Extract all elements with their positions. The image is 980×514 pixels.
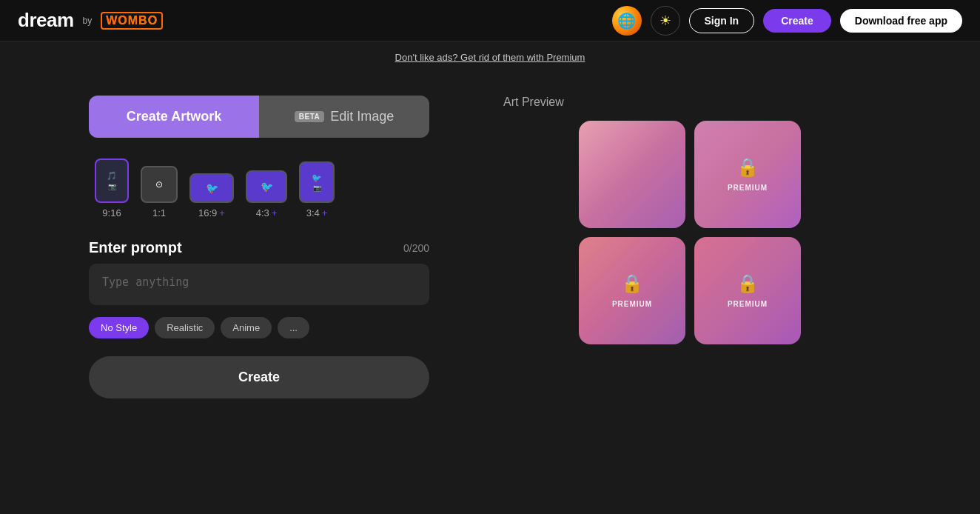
style-chip-4[interactable]: ...: [278, 317, 309, 338]
premium-label-3: PREMIUM: [612, 300, 652, 308]
right-panel: Art Preview 🔒 PREMIUM 🔒 PREMIUM: [489, 96, 891, 398]
logo-by: by: [83, 16, 93, 26]
create-button[interactable]: Create: [89, 356, 429, 398]
ratio-11[interactable]: ⊙ 1:1: [141, 166, 178, 218]
art-card-2-gradient: 🔒 PREMIUM: [694, 121, 801, 228]
lock-icon-4: 🔒: [736, 273, 759, 294]
ratio-169-box: 🐦: [189, 173, 234, 203]
ratio-169-label: 16:9 +: [198, 207, 225, 218]
header-actions: 🌐 ☀ Sign In Create Download free app: [612, 6, 963, 36]
beta-badge: BETA: [295, 111, 324, 122]
sun-icon: ☀: [660, 13, 671, 29]
lock-icon-2: 🔒: [736, 157, 759, 178]
art-preview-title: Art Preview: [503, 96, 564, 109]
ratio-169[interactable]: 🐦 16:9 +: [189, 173, 234, 218]
header: dream by WOMBO 🌐 ☀ Sign In Create Downlo…: [0, 0, 980, 41]
main-content: Create Artwork BETA Edit Image 🎵 📷 9:16: [0, 81, 980, 413]
style-chip-1[interactable]: No Style: [89, 317, 149, 338]
ratio-34-label: 3:4 +: [306, 207, 328, 218]
premium-label-2: PREMIUM: [728, 184, 768, 192]
ratio-11-icon: ⊙: [155, 179, 163, 190]
prompt-title: Enter prompt: [89, 239, 182, 256]
ratio-11-box: ⊙: [141, 166, 178, 203]
prompt-input[interactable]: [89, 264, 429, 305]
art-card-3-gradient: 🔒 PREMIUM: [579, 237, 685, 344]
logo-wombo: WOMBO: [101, 12, 163, 30]
ratio-34[interactable]: 🐦 📷 3:4 +: [299, 161, 335, 218]
left-panel: Create Artwork BETA Edit Image 🎵 📷 9:16: [89, 96, 429, 398]
ratio-916-label: 9:16: [102, 207, 121, 218]
tab-create-artwork[interactable]: Create Artwork: [89, 96, 259, 138]
sign-in-button[interactable]: Sign In: [689, 8, 755, 33]
ratio-916-box: 🎵 📷: [95, 158, 129, 203]
art-card-4-gradient: 🔒 PREMIUM: [694, 237, 801, 344]
twitter-icon-169: 🐦: [206, 182, 218, 194]
logo-dream: dream: [18, 9, 74, 32]
art-card-2[interactable]: 🔒 PREMIUM: [694, 121, 801, 228]
style-chip-3[interactable]: Anime: [221, 317, 272, 338]
twitter-icon-43: 🐦: [261, 181, 273, 193]
ratio-11-label: 1:1: [152, 207, 166, 218]
art-card-1-gradient: [579, 121, 685, 228]
download-app-button[interactable]: Download free app: [840, 9, 962, 33]
ad-banner-link[interactable]: Don't like ads? Get rid of them with Pre…: [395, 52, 585, 63]
create-nav-button[interactable]: Create: [763, 9, 831, 33]
aspect-ratio-selector: 🎵 📷 9:16 ⊙ 1:1 🐦 16:9 +: [89, 158, 429, 218]
twitter-icon-34: 🐦: [312, 173, 322, 183]
instagram-icon-small: 📷: [108, 183, 116, 190]
edit-image-label: Edit Image: [330, 109, 394, 124]
art-card-4[interactable]: 🔒 PREMIUM: [694, 237, 801, 344]
tab-edit-image[interactable]: BETA Edit Image: [259, 96, 429, 138]
avatar-icon[interactable]: 🌐: [612, 6, 642, 36]
theme-toggle-button[interactable]: ☀: [651, 6, 680, 36]
lock-icon-3: 🔒: [621, 273, 643, 294]
style-chips: No Style Realistic Anime ...: [89, 317, 429, 338]
art-card-1[interactable]: [579, 121, 685, 228]
premium-label-4: PREMIUM: [728, 300, 768, 308]
tiktok-icon: 🎵: [107, 171, 117, 181]
ad-banner: Don't like ads? Get rid of them with Pre…: [0, 41, 980, 73]
ratio-34-box: 🐦 📷: [299, 161, 335, 203]
instagram-icon-34: 📷: [313, 184, 321, 192]
style-chip-2[interactable]: Realistic: [155, 317, 215, 338]
ratio-43-label: 4:3 +: [256, 207, 278, 218]
prompt-counter: 0/200: [403, 242, 429, 254]
art-card-3[interactable]: 🔒 PREMIUM: [579, 237, 685, 344]
art-grid: 🔒 PREMIUM 🔒 PREMIUM 🔒 PREMIUM: [579, 121, 801, 344]
tabs: Create Artwork BETA Edit Image: [89, 96, 429, 138]
prompt-header: Enter prompt 0/200: [89, 239, 429, 256]
ratio-916[interactable]: 🎵 📷 9:16: [95, 158, 129, 218]
logo-area: dream by WOMBO: [18, 9, 163, 32]
ratio-43[interactable]: 🐦 4:3 +: [246, 170, 287, 218]
ratio-43-box: 🐦: [246, 170, 287, 203]
